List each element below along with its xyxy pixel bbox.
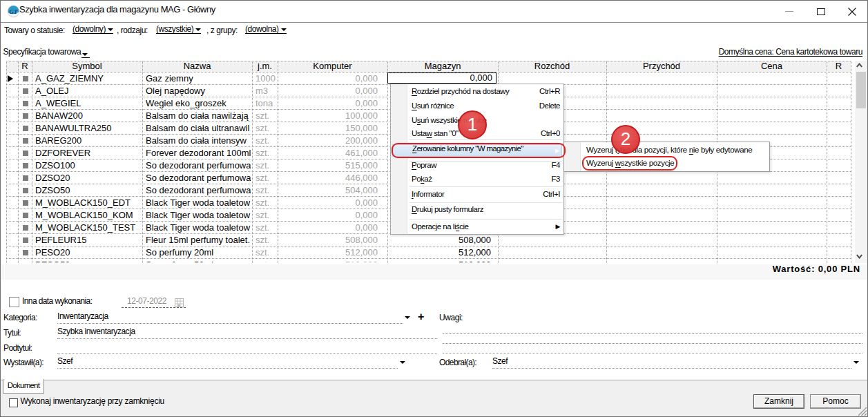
- svg-text:GT: GT: [10, 8, 18, 15]
